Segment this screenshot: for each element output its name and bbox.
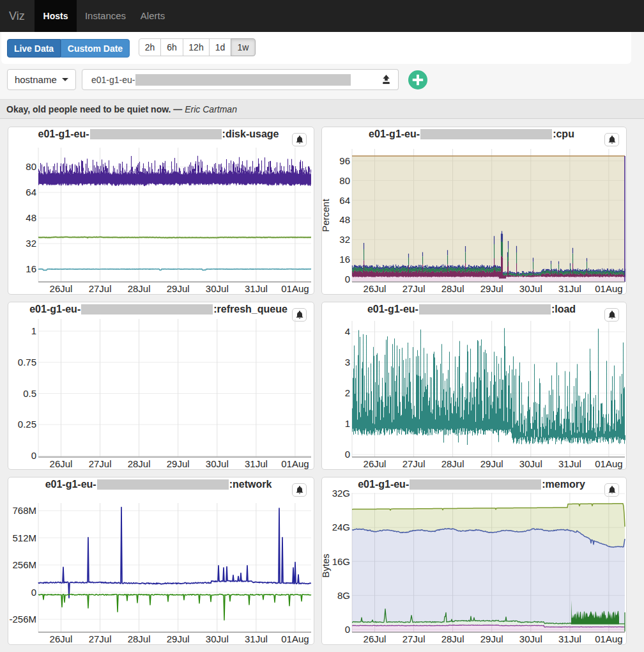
- svg-text:29Jul: 29Jul: [480, 283, 503, 294]
- svg-text:26Jul: 26Jul: [50, 458, 73, 469]
- svg-text:29Jul: 29Jul: [167, 458, 190, 469]
- svg-text:0: 0: [345, 449, 350, 460]
- svg-text:64: 64: [339, 195, 350, 206]
- svg-text:30Jul: 30Jul: [519, 458, 542, 469]
- svg-text:0: 0: [345, 274, 350, 284]
- svg-text:27Jul: 27Jul: [402, 283, 425, 294]
- svg-text:30Jul: 30Jul: [206, 283, 229, 294]
- svg-text:80: 80: [26, 161, 36, 172]
- svg-text:64: 64: [26, 187, 36, 198]
- svg-text:01Aug: 01Aug: [595, 458, 622, 469]
- svg-text:31Jul: 31Jul: [245, 633, 268, 644]
- svg-text:-256M: -256M: [9, 614, 36, 625]
- svg-text:48: 48: [26, 212, 36, 223]
- svg-text:26Jul: 26Jul: [364, 283, 387, 294]
- svg-text:29Jul: 29Jul: [167, 283, 190, 294]
- svg-text:96: 96: [339, 155, 350, 166]
- svg-text:32G: 32G: [332, 488, 350, 499]
- svg-text:31Jul: 31Jul: [245, 458, 268, 469]
- svg-text:16: 16: [26, 263, 36, 274]
- svg-text:31Jul: 31Jul: [558, 633, 581, 644]
- svg-text:48: 48: [339, 214, 350, 225]
- svg-text:28Jul: 28Jul: [441, 283, 464, 294]
- svg-text:0: 0: [31, 587, 36, 598]
- svg-text:2: 2: [345, 387, 350, 398]
- svg-text:29Jul: 29Jul: [480, 458, 503, 469]
- svg-text:Bytes: Bytes: [322, 554, 331, 578]
- svg-text:31Jul: 31Jul: [558, 283, 581, 294]
- svg-text:28Jul: 28Jul: [128, 633, 151, 644]
- svg-text:32: 32: [26, 238, 36, 249]
- svg-text:30Jul: 30Jul: [206, 633, 229, 644]
- svg-text:28Jul: 28Jul: [441, 633, 464, 644]
- svg-text:27Jul: 27Jul: [89, 283, 112, 294]
- svg-text:28Jul: 28Jul: [441, 458, 464, 469]
- svg-text:512M: 512M: [12, 532, 36, 543]
- svg-text:26Jul: 26Jul: [364, 633, 387, 644]
- svg-text:16G: 16G: [332, 556, 350, 567]
- svg-text:01Aug: 01Aug: [281, 458, 309, 469]
- svg-text:0.25: 0.25: [18, 419, 36, 430]
- svg-text:29Jul: 29Jul: [167, 633, 190, 644]
- svg-text:8G: 8G: [337, 590, 350, 601]
- svg-text:29Jul: 29Jul: [480, 633, 503, 644]
- svg-text:01Aug: 01Aug: [281, 633, 309, 644]
- svg-text:30Jul: 30Jul: [519, 283, 542, 294]
- svg-text:4: 4: [345, 326, 350, 337]
- svg-text:31Jul: 31Jul: [245, 283, 268, 294]
- svg-text:26Jul: 26Jul: [364, 458, 387, 469]
- svg-text:31Jul: 31Jul: [558, 458, 581, 469]
- svg-text:24G: 24G: [332, 522, 350, 532]
- svg-text:27Jul: 27Jul: [89, 458, 112, 469]
- svg-text:16: 16: [339, 254, 350, 265]
- svg-text:0: 0: [31, 450, 36, 461]
- svg-text:0: 0: [345, 624, 350, 635]
- svg-text:256M: 256M: [12, 559, 36, 570]
- svg-text:28Jul: 28Jul: [128, 283, 151, 294]
- svg-text:26Jul: 26Jul: [50, 283, 73, 294]
- svg-text:1: 1: [345, 418, 350, 429]
- svg-text:Percent: Percent: [322, 198, 331, 232]
- svg-text:0.5: 0.5: [23, 388, 36, 399]
- svg-text:1: 1: [31, 325, 36, 336]
- svg-text:768M: 768M: [12, 505, 36, 516]
- svg-text:30Jul: 30Jul: [206, 458, 229, 469]
- svg-text:30Jul: 30Jul: [519, 633, 542, 644]
- svg-text:28Jul: 28Jul: [128, 458, 151, 469]
- svg-text:0.75: 0.75: [18, 357, 36, 368]
- svg-text:01Aug: 01Aug: [281, 283, 309, 294]
- svg-text:80: 80: [339, 175, 350, 186]
- svg-text:01Aug: 01Aug: [595, 633, 622, 644]
- svg-text:27Jul: 27Jul: [89, 633, 112, 644]
- svg-text:32: 32: [339, 234, 350, 245]
- svg-text:26Jul: 26Jul: [50, 633, 73, 644]
- svg-text:27Jul: 27Jul: [402, 458, 425, 469]
- svg-text:3: 3: [345, 357, 350, 368]
- svg-text:27Jul: 27Jul: [402, 633, 425, 644]
- svg-text:01Aug: 01Aug: [595, 283, 622, 294]
